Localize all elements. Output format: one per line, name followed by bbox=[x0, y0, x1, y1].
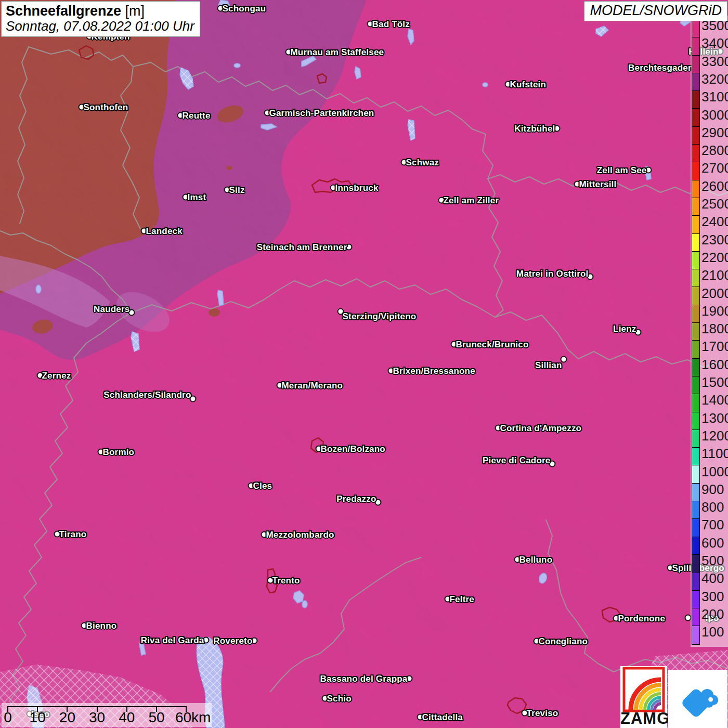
map-title: Schneefallgrenze [m] bbox=[6, 3, 194, 19]
city-label: Murnau am Staffelsee bbox=[291, 47, 384, 57]
scalebar-label: 0 bbox=[4, 709, 12, 726]
city-marker: Sillian bbox=[561, 356, 567, 363]
city-label: Innsbruck bbox=[335, 183, 379, 193]
colorbar-band bbox=[692, 465, 699, 483]
city-marker: Garmisch-Partenkirchen bbox=[264, 110, 271, 116]
colorbar-band bbox=[692, 573, 699, 590]
colorbar-label: 600 bbox=[701, 535, 724, 551]
city-marker: Mezzolombardo bbox=[261, 531, 268, 538]
city-label: Schlanders/Silandro bbox=[103, 389, 191, 400]
city-marker: Treviso bbox=[522, 710, 528, 717]
colorbar-band bbox=[692, 91, 699, 109]
city-marker: Belluno bbox=[514, 556, 521, 563]
colorbar-band bbox=[692, 180, 699, 198]
colorbar-label: 300 bbox=[701, 588, 724, 604]
colorbar-band bbox=[692, 376, 699, 394]
city-label: Riva del Garda bbox=[141, 635, 204, 645]
city-marker: Steinach am Brenner bbox=[346, 244, 353, 251]
colorbar-label: 2000 bbox=[701, 285, 728, 301]
city-label: Mittersill bbox=[579, 179, 617, 189]
city-marker: Pordenone bbox=[613, 615, 620, 622]
colorbar-band bbox=[692, 234, 699, 252]
colorbar-label: 1600 bbox=[701, 356, 728, 372]
city-marker: Sterzing/Vipiteno bbox=[337, 308, 344, 315]
city-marker: Bad Tölz bbox=[367, 21, 374, 28]
city-label: Matrei in Osttirol bbox=[516, 268, 589, 279]
colorbar-label: 2700 bbox=[701, 160, 728, 176]
city-marker: Bassano del Grappa bbox=[406, 675, 413, 682]
city-marker: Meran/Merano bbox=[277, 382, 283, 389]
colorbar-label: 2400 bbox=[701, 214, 728, 230]
city-marker: Kitzbühel bbox=[554, 125, 561, 132]
city-label: Feltre bbox=[450, 594, 475, 604]
partner-logo bbox=[668, 670, 727, 728]
zamg-logo: ZAMG bbox=[620, 666, 667, 728]
colorbar-band bbox=[692, 145, 699, 162]
colorbar-band bbox=[692, 626, 699, 644]
city-marker: Nauders bbox=[128, 309, 135, 316]
city-marker: Bormio bbox=[98, 449, 105, 456]
city-label: Sonthofen bbox=[84, 102, 128, 112]
colorbar-band bbox=[692, 359, 699, 376]
city-label: Bad Tölz bbox=[372, 19, 410, 29]
city-label: Imst bbox=[188, 192, 206, 202]
city-label: Cittadella bbox=[422, 712, 463, 722]
colorbar-label: 3200 bbox=[701, 71, 728, 87]
colorbar-label: 2500 bbox=[701, 196, 728, 212]
city-marker: Silz bbox=[224, 187, 231, 193]
city-marker: Cles bbox=[248, 483, 255, 489]
colorbar-label: 3300 bbox=[701, 53, 728, 69]
colorbar-band bbox=[692, 555, 699, 573]
colorbar-label: 2900 bbox=[701, 124, 728, 140]
colorbar-label: 2200 bbox=[701, 249, 728, 265]
colorbar-band bbox=[692, 412, 699, 430]
city-marker: Cittadella bbox=[417, 714, 424, 721]
city-label: Kitzbühel bbox=[514, 123, 555, 134]
colorbar-label: 2600 bbox=[701, 178, 728, 194]
city-label: Schio bbox=[327, 693, 352, 704]
colorbar-label: 700 bbox=[701, 517, 724, 533]
city-marker: Schio bbox=[322, 695, 329, 702]
city-marker: Zell am See bbox=[645, 167, 652, 174]
city-label: Kufstein bbox=[510, 79, 547, 89]
city-marker: Reutte bbox=[177, 112, 184, 119]
city-label: Schwaz bbox=[406, 157, 439, 167]
colorbar-band bbox=[692, 394, 699, 412]
city-label: Lienz bbox=[613, 323, 636, 334]
city-label: Predazzo bbox=[336, 493, 376, 504]
colorbar-label: 1200 bbox=[701, 427, 728, 444]
scalebar-label: 20 bbox=[59, 709, 75, 726]
city-label: Silz bbox=[229, 185, 245, 195]
colorbar-label: 2100 bbox=[701, 267, 728, 283]
city-label: Cles bbox=[253, 480, 272, 491]
colorbar-label: 1100 bbox=[701, 446, 728, 462]
colorbar-label: 900 bbox=[701, 481, 724, 497]
colorbar-label: 500 bbox=[701, 553, 724, 569]
city-marker: Bozen/Bolzano bbox=[316, 446, 322, 452]
colorbar-band bbox=[692, 287, 699, 305]
colorbar-label: 3000 bbox=[701, 107, 728, 123]
city-label: Trento bbox=[272, 575, 300, 586]
colorbar-band bbox=[692, 448, 699, 465]
colorbar-band bbox=[692, 56, 699, 73]
colorbar-label: 400 bbox=[701, 570, 724, 587]
city-marker: Landeck bbox=[141, 228, 148, 235]
city-label: Treviso bbox=[527, 708, 558, 718]
city-label: Zernez bbox=[42, 370, 71, 381]
city-label: Nauders bbox=[94, 304, 129, 314]
colorbar-label: 3400 bbox=[701, 35, 728, 51]
colorbar-label: 100 bbox=[701, 624, 724, 640]
snowgrid-map: SchongauBad TölzKemptenMurnau am Staffel… bbox=[0, 0, 728, 728]
city-marker: Brixen/Bressanone bbox=[388, 368, 395, 374]
city-marker: Schlanders/Silandro bbox=[190, 396, 197, 402]
city-label: Zell am See bbox=[597, 165, 647, 175]
city-marker: Imst bbox=[183, 194, 189, 201]
colorbar-label: 1500 bbox=[701, 374, 728, 391]
zamg-wordmark: ZAMG bbox=[620, 709, 667, 728]
city-marker: Lienz bbox=[635, 329, 642, 336]
city-marker: Bruneck/Brunico bbox=[451, 341, 458, 348]
colorbar-band bbox=[692, 73, 699, 91]
city-marker: Rovereto bbox=[251, 638, 258, 644]
city-label: Pordenone bbox=[618, 613, 666, 623]
colorbar-label: 1700 bbox=[701, 339, 728, 355]
